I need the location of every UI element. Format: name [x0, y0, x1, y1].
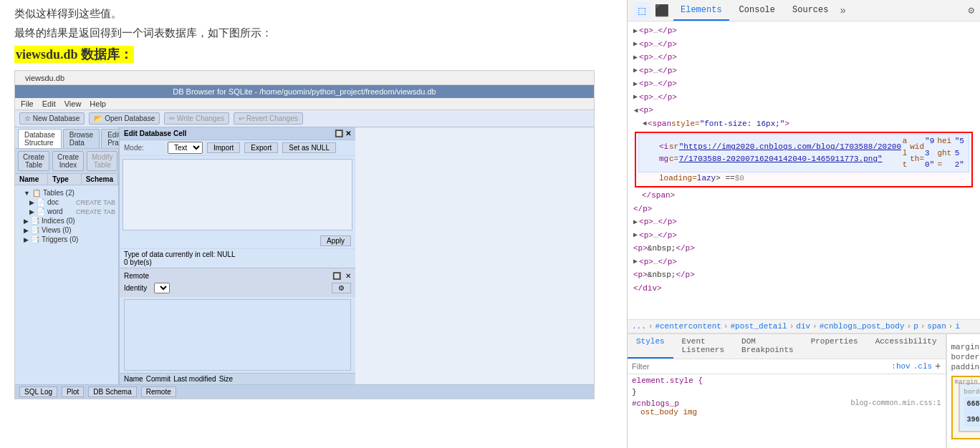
db-menu-bar: File Edit View Help — [15, 98, 594, 110]
tree-word-label: word — [47, 208, 63, 215]
html-line-p3[interactable]: ▶ <p>…</p> — [632, 51, 976, 64]
html-line-p-close[interactable]: </p> — [632, 203, 976, 216]
triangle-icon: ▶ — [633, 52, 638, 63]
import-btn[interactable]: Import — [207, 142, 240, 153]
triangle-icon: ▶ — [633, 217, 638, 228]
devtools-panel: ⬚ ⬛ Elements Console Sources » ⚙ ▶ <p>…<… — [627, 0, 980, 448]
create-index-btn[interactable]: Create Index — [52, 151, 84, 171]
db-tab-browse[interactable]: Browse Data — [63, 129, 100, 148]
col-type: Type — [48, 174, 81, 185]
identity-btn[interactable]: ⚙ — [332, 283, 351, 293]
col-size: Size — [219, 375, 233, 383]
set-null-btn[interactable]: Set as NULL — [282, 142, 336, 153]
tree-triggers[interactable]: ▶ 📑 Triggers (0) — [18, 235, 115, 244]
tree-triggers-label: Triggers (0) — [42, 235, 78, 243]
more-tabs-btn[interactable]: » — [840, 5, 845, 16]
html-line-img[interactable]: <img src="https://img2020.cnblogs.com/bl… — [639, 135, 969, 172]
settings-btn[interactable]: ⚙ — [969, 4, 974, 16]
tree-views-label: Views (0) — [42, 226, 72, 234]
sql-log-btn[interactable]: SQL Log — [19, 386, 57, 397]
new-database-btn[interactable]: ☆ New Database — [19, 112, 85, 125]
tree-views[interactable]: ▶ 📑 Views (0) — [18, 225, 115, 235]
tab-properties[interactable]: Properties — [802, 334, 867, 359]
db-remote-area — [124, 299, 351, 371]
create-table-btn[interactable]: Create Table — [18, 151, 49, 171]
tab-dom-breakpoints[interactable]: DOM Breakpoints — [733, 334, 802, 359]
html-line-span-close[interactable]: </span> — [632, 189, 976, 203]
write-changes-btn[interactable]: ✏ Write Changes — [164, 112, 229, 125]
html-line-nbsp1[interactable]: <p>&nbsp;</p> — [632, 242, 976, 255]
db-remote-table: Name Commit Last modified Size — [120, 373, 355, 384]
menu-help[interactable]: Help — [90, 99, 106, 108]
html-line-p7[interactable]: ▶ <p>…</p> — [632, 215, 976, 229]
triangle-icon: ▶ — [633, 230, 638, 240]
tab-event-listeners[interactable]: Event Listeners — [673, 334, 733, 359]
html-line-p5[interactable]: ▶ <p>…</p> — [632, 77, 976, 91]
export-btn[interactable]: Export — [244, 142, 278, 153]
tab-elements[interactable]: Elements — [673, 0, 729, 21]
menu-view[interactable]: View — [64, 99, 82, 108]
db-main: Database Structure Browse Data Edit Prag… — [15, 127, 594, 384]
breadcrumb-p[interactable]: p — [913, 322, 918, 331]
add-rule-btn[interactable]: + — [935, 361, 941, 372]
html-line-p-expanded[interactable]: ▼ <p> — [632, 104, 976, 117]
html-line-loading[interactable]: loading= lazy > == $0 — [639, 172, 969, 185]
breadcrumb-postdetail[interactable]: #post_detail — [730, 322, 787, 331]
identity-label: Identity — [124, 284, 147, 292]
remote-btn[interactable]: Remote — [141, 386, 176, 397]
html-line-span[interactable]: ▼ <span style="font-size: 16px;"> — [632, 117, 976, 131]
db-cell-area — [123, 159, 352, 230]
breadcrumb-postbody[interactable]: #cnblogs_post_body — [820, 322, 905, 331]
styles-pane: Styles Event Listeners DOM Breakpoints P… — [628, 334, 946, 448]
styles-filter-row: :hov .cls + — [628, 359, 946, 374]
identity-select[interactable] — [154, 283, 170, 293]
tree-tables[interactable]: ▼ 📋 Tables (2) — [18, 188, 115, 198]
open-database-btn[interactable]: 📂 Open Database — [89, 112, 160, 125]
revert-changes-btn[interactable]: ↩ Revert Changes — [234, 112, 303, 125]
db-schema-btn[interactable]: DB Schema — [88, 386, 136, 397]
device-icon-btn[interactable]: ⬛ — [653, 2, 671, 19]
plot-btn[interactable]: Plot — [62, 386, 84, 397]
tree-doc[interactable]: ▶ 📄 doc CREATE TAB — [18, 198, 115, 207]
style-rule-cnblogs: #cnblogs_p blog-common.min.css:1 ost_bod… — [632, 399, 941, 417]
html-line-p9[interactable]: ▶ <p>…</p> — [632, 255, 976, 269]
html-line-p2[interactable]: ▶ <p>…</p> — [632, 38, 976, 52]
html-line-div-close[interactable]: </div> — [632, 282, 976, 296]
tree-indices[interactable]: ▶ 📑 Indices (0) — [18, 216, 115, 225]
html-line-p1[interactable]: ▶ <p>…</p> — [632, 24, 976, 38]
apply-btn[interactable]: Apply — [320, 235, 351, 246]
html-line-p4[interactable]: ▶ <p>…</p> — [632, 64, 976, 78]
html-line-p6[interactable]: ▶ <p>…</p> — [632, 91, 976, 104]
hov-btn[interactable]: :hov — [891, 362, 910, 371]
tree-word[interactable]: ▶ 📄 word CREATE TAB — [18, 207, 115, 216]
tab-styles[interactable]: Styles — [628, 334, 673, 359]
tab-accessibility[interactable]: Accessibility — [867, 334, 946, 359]
type-info: Type of data currently in cell: NULL 0 b… — [120, 248, 355, 268]
border-box-label: border — [964, 389, 981, 396]
breadcrumb-span[interactable]: span — [927, 322, 946, 331]
db-tab-structure[interactable]: Database Structure — [18, 129, 62, 148]
cursor-icon-btn[interactable]: ⬚ — [633, 2, 650, 19]
menu-file[interactable]: File — [21, 99, 34, 108]
menu-edit[interactable]: Edit — [42, 99, 56, 108]
tab-console[interactable]: Console — [732, 0, 782, 21]
col-name: Name — [15, 174, 48, 185]
breadcrumb-dots[interactable]: ... — [632, 322, 646, 331]
html-tree-container[interactable]: ▶ <p>…</p> ▶ <p>…</p> ▶ <p>…</p> ▶ <p>…<… — [628, 21, 980, 319]
html-line-nbsp2[interactable]: <p>&nbsp;</p> — [632, 268, 976, 282]
byte-label: 0 byte(s) — [124, 258, 351, 266]
html-line-p8[interactable]: ▶ <p>…</p> — [632, 229, 976, 243]
breadcrumb-centercontent[interactable]: #centercontent — [655, 322, 721, 331]
cls-btn[interactable]: .cls — [913, 362, 932, 371]
devtools-tabs-bar: ⬚ ⬛ Elements Console Sources » ⚙ — [628, 0, 980, 21]
breadcrumb-div[interactable]: div — [796, 322, 810, 331]
breadcrumb-i[interactable]: i — [955, 322, 960, 331]
mode-label: Mode: — [124, 144, 163, 152]
tab-sources[interactable]: Sources — [785, 0, 835, 21]
styles-filter-input[interactable] — [632, 362, 888, 371]
style-source: blog-common.min.css:1 — [850, 399, 941, 407]
screenshot-title: viewsdu.db — [25, 74, 64, 82]
mode-select[interactable]: Text — [168, 142, 203, 154]
screenshot-container: viewsdu.db DB Browser for SQLite - /home… — [14, 70, 595, 399]
modify-table-btn[interactable]: Modify Table — [87, 151, 117, 171]
